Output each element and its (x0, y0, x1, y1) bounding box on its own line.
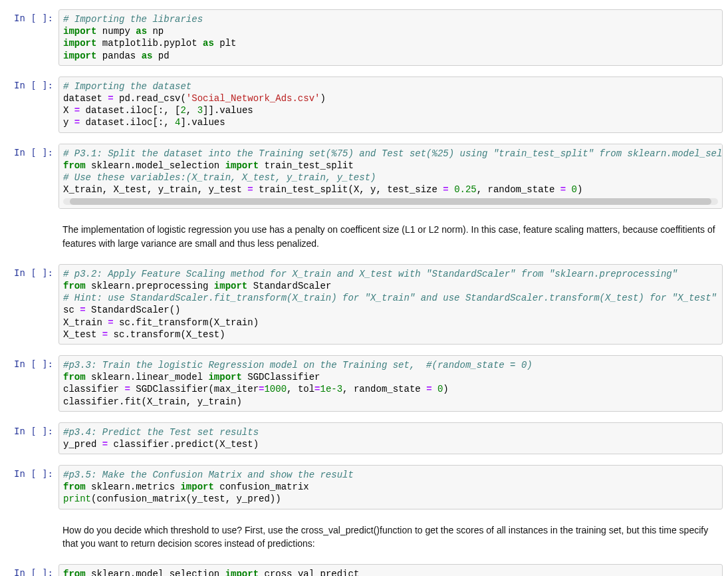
input-prompt: In [ ]: (5, 422, 59, 454)
horizontal-scrollbar[interactable] (63, 198, 718, 205)
input-prompt: In [ ]: (5, 264, 59, 345)
code-cell: In [ ]:# P3.1: Split the dataset into th… (0, 141, 728, 212)
input-prompt: In [ ]: (5, 564, 59, 576)
code-input[interactable]: from sklearn.model_selection import cros… (59, 564, 723, 576)
code-input[interactable]: #p3.4: Predict the Test set results y_pr… (59, 422, 723, 454)
code-input[interactable]: # p3.2: Apply Feature Scaling method for… (59, 264, 723, 345)
input-prompt: In [ ]: (5, 9, 59, 66)
code-cell: In [ ]:#p3.5: Make the Confusion Matrix … (0, 462, 728, 512)
markdown-cell: The implementation of logistic regressio… (0, 217, 728, 256)
code-cell: In [ ]:#p3.3: Train the logistic Regress… (0, 353, 728, 414)
markdown-content: The implementation of logistic regressio… (59, 219, 723, 253)
notebook: In [ ]:# Importing the libraries import … (0, 7, 728, 576)
scrollbar-thumb[interactable] (70, 198, 711, 205)
code-cell: In [ ]:# Importing the dataset dataset =… (0, 74, 728, 136)
code-cell: In [ ]:from sklearn.model_selection impo… (0, 561, 728, 576)
code-cell: In [ ]:# p3.2: Apply Feature Scaling met… (0, 261, 728, 347)
code-cell: In [ ]:#p3.4: Predict the Test set resul… (0, 420, 728, 457)
input-prompt: In [ ]: (5, 76, 59, 133)
code-input[interactable]: # P3.1: Split the dataset into the Train… (59, 144, 723, 210)
code-cell: In [ ]:# Importing the libraries import … (0, 7, 728, 69)
code-input[interactable]: #p3.3: Train the logistic Regression mod… (59, 355, 723, 412)
code-input[interactable]: #p3.5: Make the Confusion Matrix and sho… (59, 465, 723, 509)
markdown-cell: How do you decide which threshold to use… (0, 517, 728, 557)
code-input[interactable]: # Importing the dataset dataset = pd.rea… (59, 76, 723, 133)
input-prompt: In [ ]: (5, 355, 59, 412)
markdown-content: How do you decide which threshold to use… (59, 520, 723, 554)
input-prompt: In [ ]: (5, 144, 59, 210)
code-input[interactable]: # Importing the libraries import numpy a… (59, 9, 723, 66)
input-prompt: In [ ]: (5, 465, 59, 509)
